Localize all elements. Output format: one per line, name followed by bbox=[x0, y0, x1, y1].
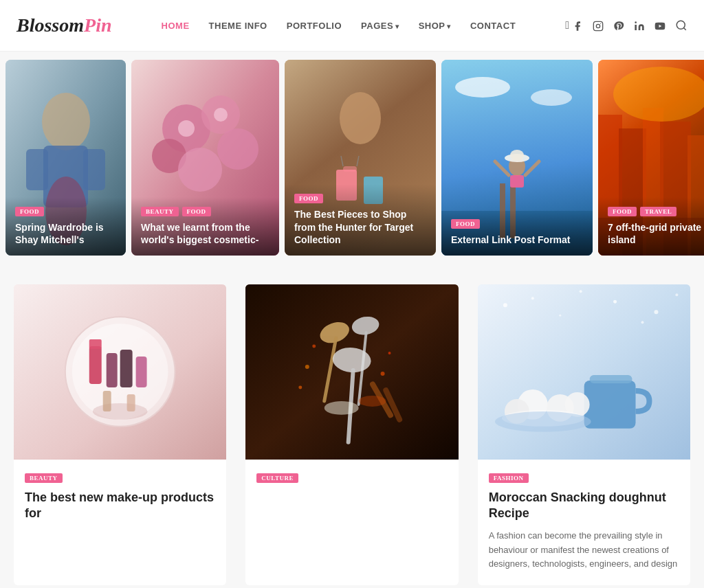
slide-tags-2: BEAUTY FOOD bbox=[141, 207, 270, 216]
svg-point-18 bbox=[178, 148, 222, 192]
svg-point-22 bbox=[340, 92, 381, 144]
svg-point-36 bbox=[510, 150, 524, 161]
svg-point-30 bbox=[531, 89, 572, 106]
svg-point-80 bbox=[654, 310, 658, 314]
nav-item-contact[interactable]: CONTACT bbox=[470, 19, 516, 32]
slide-tags-4: FOOD bbox=[451, 219, 583, 229]
slide-tags-3: FOOD bbox=[294, 194, 426, 203]
social-icons-bar:  bbox=[565, 19, 688, 32]
svg-point-2 bbox=[600, 23, 601, 24]
svg-rect-54 bbox=[120, 350, 133, 387]
svg-point-77 bbox=[503, 303, 507, 307]
nav-link-pages[interactable]: PAGES▾ bbox=[361, 21, 399, 31]
svg-rect-0 bbox=[593, 21, 602, 30]
svg-rect-57 bbox=[103, 391, 111, 411]
svg-rect-58 bbox=[127, 394, 135, 411]
article-tag-row-3: FASHION bbox=[489, 471, 679, 483]
slide-title-2: What we learnt from the world's biggest … bbox=[141, 221, 270, 246]
search-button[interactable] bbox=[675, 19, 688, 32]
nav-item-portfolio[interactable]: PORTFOLIO bbox=[287, 19, 342, 32]
article-image-1 bbox=[14, 284, 226, 460]
article-card-1[interactable]: BEAUTY The best new make-up products for bbox=[14, 284, 226, 585]
pinterest-icon[interactable] bbox=[613, 19, 624, 32]
slide-card-4[interactable]: FOOD External Link Post Format bbox=[441, 60, 593, 256]
svg-point-92 bbox=[495, 411, 591, 432]
article-title-1: The best new make-up products for bbox=[25, 490, 215, 522]
hero-slider: FOOD Spring Wardrobe is Shay Mitchell's bbox=[0, 52, 704, 264]
main-content: BEAUTY The best new make-up products for bbox=[0, 264, 704, 588]
facebook-icon[interactable]:  bbox=[565, 19, 583, 32]
article-tag-row-1: BEAUTY bbox=[25, 471, 215, 483]
article-body-1: BEAUTY The best new make-up products for bbox=[14, 460, 226, 543]
svg-point-84 bbox=[641, 321, 644, 324]
nav-item-pages[interactable]: PAGES▾ bbox=[361, 19, 399, 32]
svg-point-20 bbox=[214, 108, 228, 122]
slide-tag-food-5: FOOD bbox=[608, 207, 637, 216]
article-tag-fashion[interactable]: FASHION bbox=[489, 473, 529, 483]
article-tag-culture[interactable]: CULTURE bbox=[256, 473, 298, 483]
article-card-2[interactable]: CULTURE bbox=[245, 284, 458, 585]
svg-point-19 bbox=[178, 120, 195, 137]
svg-rect-39 bbox=[510, 175, 524, 188]
nav-link-portfolio[interactable]: PORTFOLIO bbox=[287, 21, 342, 31]
svg-point-3 bbox=[635, 21, 637, 23]
article-card-3[interactable]: FASHION Moroccan Snacking doughnut Recip… bbox=[478, 284, 690, 585]
slide-card-5[interactable]: FOOD TRAVEL 7 off-the-grid private islan… bbox=[598, 60, 704, 256]
svg-point-29 bbox=[455, 77, 510, 98]
slide-card-2[interactable]: BEAUTY FOOD What we learnt from the worl… bbox=[131, 60, 279, 256]
main-nav: HOME THEME INFO PORTFOLIO PAGES▾ SHOP▾ C… bbox=[162, 19, 516, 32]
svg-point-71 bbox=[299, 385, 302, 389]
slider-track: FOOD Spring Wardrobe is Shay Mitchell's bbox=[0, 60, 704, 256]
slide-title-1: Spring Wardrobe is Shay Mitchell's bbox=[15, 221, 116, 246]
svg-point-82 bbox=[579, 290, 582, 293]
slide-tag-food-1: FOOD bbox=[15, 207, 44, 216]
slide-tag-food-3: FOOD bbox=[294, 194, 323, 203]
svg-rect-53 bbox=[107, 353, 118, 387]
site-logo[interactable]: BlossomPin bbox=[16, 14, 112, 36]
svg-rect-52 bbox=[89, 339, 102, 349]
youtube-icon[interactable] bbox=[654, 19, 666, 32]
svg-rect-51 bbox=[89, 346, 102, 384]
logo-pin-text: Pin bbox=[84, 14, 111, 36]
slide-tag-beauty-2: BEAUTY bbox=[141, 207, 179, 216]
nav-link-home[interactable]: HOME bbox=[162, 21, 190, 31]
nav-item-home[interactable]: HOME bbox=[162, 19, 190, 32]
nav-item-theme-info[interactable]: THEME INFO bbox=[209, 19, 267, 32]
article-body-2: CULTURE bbox=[245, 460, 458, 504]
linkedin-icon[interactable] bbox=[634, 19, 645, 32]
article-tag-beauty[interactable]: BEAUTY bbox=[25, 473, 63, 483]
svg-point-81 bbox=[675, 293, 678, 296]
svg-point-78 bbox=[531, 297, 534, 299]
slide-card-3[interactable]: FOOD The Best Pieces to Shop from the Hu… bbox=[285, 60, 436, 256]
slide-title-3: The Best Pieces to Shop from the Hunter … bbox=[294, 208, 426, 246]
article-image-3 bbox=[478, 284, 690, 460]
svg-point-74 bbox=[324, 401, 359, 415]
svg-line-6 bbox=[683, 28, 685, 30]
slide-overlay-2: BEAUTY FOOD What we learnt from the worl… bbox=[131, 197, 279, 256]
article-image-2 bbox=[245, 284, 458, 460]
nav-item-shop[interactable]: SHOP▾ bbox=[419, 19, 451, 32]
nav-link-theme-info[interactable]: THEME INFO bbox=[209, 21, 267, 31]
slide-card-1[interactable]: FOOD Spring Wardrobe is Shay Mitchell's bbox=[6, 60, 126, 256]
nav-list: HOME THEME INFO PORTFOLIO PAGES▾ SHOP▾ C… bbox=[162, 19, 516, 32]
article-body-3: FASHION Moroccan Snacking doughnut Recip… bbox=[478, 460, 690, 585]
svg-point-75 bbox=[359, 396, 386, 407]
slide-overlay-1: FOOD Spring Wardrobe is Shay Mitchell's bbox=[6, 197, 126, 256]
slide-tag-food-4: FOOD bbox=[451, 219, 480, 229]
nav-link-contact[interactable]: CONTACT bbox=[470, 21, 516, 31]
svg-rect-85 bbox=[584, 381, 635, 429]
svg-point-83 bbox=[559, 315, 561, 317]
slide-tag-travel-5: TRAVEL bbox=[640, 207, 676, 216]
slide-overlay-5: FOOD TRAVEL 7 off-the-grid private islan… bbox=[598, 197, 704, 256]
slide-overlay-3: FOOD The Best Pieces to Shop from the Hu… bbox=[285, 184, 436, 256]
svg-point-67 bbox=[305, 365, 309, 369]
svg-point-68 bbox=[313, 345, 316, 348]
site-header: BlossomPin HOME THEME INFO PORTFOLIO PAG… bbox=[0, 0, 704, 52]
logo-blossom-text: Blossom bbox=[16, 14, 84, 36]
svg-point-17 bbox=[217, 128, 258, 170]
article-grid: BEAUTY The best new make-up products for bbox=[14, 284, 690, 585]
instagram-icon[interactable] bbox=[593, 19, 604, 32]
nav-link-shop[interactable]: SHOP▾ bbox=[419, 21, 451, 31]
pages-dropdown-arrow: ▾ bbox=[395, 23, 399, 30]
svg-point-56 bbox=[93, 403, 148, 420]
